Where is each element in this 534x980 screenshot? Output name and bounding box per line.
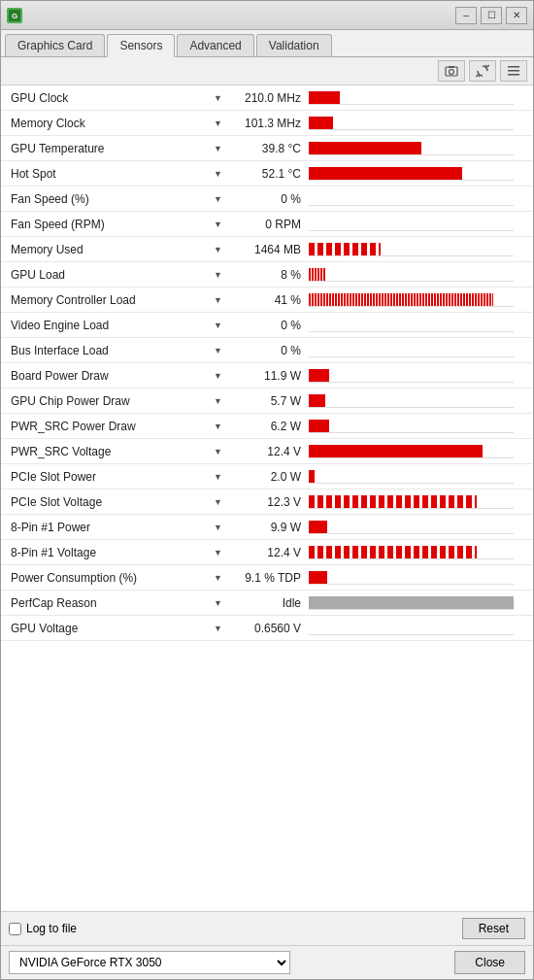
sensor-value-label: Idle	[226, 596, 309, 610]
sensor-name-label: GPU Temperature▼	[3, 142, 226, 155]
table-row: PerfCap Reason▼Idle	[1, 591, 533, 616]
bar-track	[309, 420, 514, 433]
sensor-name-label: Memory Clock▼	[3, 117, 226, 130]
sensor-value-label: 6.2 W	[226, 420, 309, 433]
bar-track	[309, 142, 514, 155]
sensor-value-label: 12.4 V	[226, 546, 309, 559]
table-row: GPU Chip Power Draw▼5.7 W	[1, 389, 533, 414]
tab-graphics-card[interactable]: Graphics Card	[5, 34, 105, 56]
close-window-button[interactable]: ✕	[506, 7, 527, 24]
tab-advanced[interactable]: Advanced	[177, 34, 253, 56]
log-to-file-container: Log to file	[9, 922, 77, 935]
sensors-scroll[interactable]: GPU Clock▼210.0 MHzMemory Clock▼101.3 MH…	[1, 85, 533, 911]
svg-rect-7	[508, 74, 519, 76]
sensor-name-label: Video Engine Load▼	[3, 319, 226, 332]
log-to-file-checkbox[interactable]	[9, 923, 21, 935]
sensor-bar-area	[309, 369, 514, 383]
sensor-name-label: Hot Spot▼	[3, 167, 226, 181]
svg-rect-4	[449, 66, 454, 68]
dropdown-arrow-icon[interactable]: ▼	[214, 194, 222, 204]
bar-fill	[309, 495, 477, 508]
dropdown-arrow-icon[interactable]: ▼	[214, 346, 222, 355]
sensor-bar-area	[309, 192, 514, 206]
sensor-value-label: 0 %	[226, 192, 309, 206]
dropdown-arrow-icon[interactable]: ▼	[214, 144, 222, 153]
sensor-name-label: 8-Pin #1 Power▼	[3, 521, 226, 534]
bar-fill	[309, 117, 333, 129]
sensor-value-label: 0.6560 V	[226, 622, 309, 635]
dropdown-arrow-icon[interactable]: ▼	[214, 598, 222, 608]
dropdown-arrow-icon[interactable]: ▼	[214, 548, 222, 558]
tab-sensors[interactable]: Sensors	[107, 34, 175, 57]
dropdown-arrow-icon[interactable]: ▼	[214, 245, 222, 254]
sensor-bar-area	[309, 243, 514, 256]
bar-track	[309, 521, 514, 534]
sensor-name-label: PWR_SRC Power Draw▼	[3, 420, 226, 433]
sensor-bar-area	[309, 622, 514, 635]
bar-fill	[309, 268, 325, 281]
dropdown-arrow-icon[interactable]: ▼	[214, 422, 222, 431]
bar-track	[309, 293, 514, 307]
bar-track	[309, 243, 514, 256]
menu-button[interactable]	[500, 60, 527, 82]
bar-fill	[309, 293, 493, 306]
sensor-value-label: 0 %	[226, 319, 309, 332]
dropdown-arrow-icon[interactable]: ▼	[214, 220, 222, 229]
sensor-value-label: 39.8 °C	[226, 142, 309, 155]
bar-fill	[309, 521, 327, 533]
dropdown-arrow-icon[interactable]: ▼	[214, 321, 222, 330]
bar-fill	[309, 445, 483, 457]
table-row: Fan Speed (%)▼0 %	[1, 186, 533, 212]
bar-track	[309, 445, 514, 458]
table-row: Bus Interface Load▼0 %	[1, 338, 533, 363]
bar-track	[309, 470, 514, 484]
dropdown-arrow-icon[interactable]: ▼	[214, 523, 222, 532]
sensor-bar-area	[309, 167, 514, 181]
sensor-name-label: Fan Speed (RPM)▼	[3, 218, 226, 231]
sensor-name-label: PerfCap Reason▼	[3, 596, 226, 610]
minimize-button[interactable]: –	[455, 7, 477, 24]
close-button[interactable]: Close	[454, 951, 525, 974]
bar-fill	[309, 571, 327, 584]
dropdown-arrow-icon[interactable]: ▼	[214, 270, 222, 280]
tab-validation[interactable]: Validation	[256, 34, 332, 56]
dropdown-arrow-icon[interactable]: ▼	[214, 573, 222, 583]
dropdown-arrow-icon[interactable]: ▼	[214, 93, 222, 103]
sensor-value-label: 52.1 °C	[226, 167, 309, 181]
sensor-bar-area	[309, 394, 514, 408]
sensor-name-label: PCIe Slot Power▼	[3, 470, 226, 484]
sensor-name-label: Board Power Draw▼	[3, 369, 226, 383]
refresh-button[interactable]	[469, 60, 496, 82]
bar-track	[309, 218, 514, 231]
bottom-bar: NVIDIA GeForce RTX 3050 Close	[1, 945, 533, 979]
dropdown-arrow-icon[interactable]: ▼	[214, 497, 222, 507]
table-row: PWR_SRC Power Draw▼6.2 W	[1, 414, 533, 439]
dropdown-arrow-icon[interactable]: ▼	[214, 624, 222, 633]
dropdown-arrow-icon[interactable]: ▼	[214, 169, 222, 179]
bar-fill	[309, 369, 329, 382]
sensor-bar-area	[309, 293, 514, 307]
bar-track	[309, 571, 514, 585]
dropdown-arrow-icon[interactable]: ▼	[214, 371, 222, 381]
bar-track	[309, 622, 514, 635]
bar-fill	[309, 394, 325, 407]
sensor-name-label: PWR_SRC Voltage▼	[3, 445, 226, 458]
sensor-value-label: 2.0 W	[226, 470, 309, 484]
toolbar	[1, 57, 533, 85]
reset-button[interactable]: Reset	[462, 918, 525, 939]
screenshot-button[interactable]	[438, 60, 465, 82]
sensor-name-label: Bus Interface Load▼	[3, 344, 226, 357]
sensor-name-label: Power Consumption (%)▼	[3, 571, 226, 585]
svg-text:G: G	[12, 12, 17, 20]
dropdown-arrow-icon[interactable]: ▼	[214, 295, 222, 305]
window-controls: – ☐ ✕	[455, 7, 527, 24]
dropdown-arrow-icon[interactable]: ▼	[214, 118, 222, 128]
log-to-file-label: Log to file	[26, 922, 77, 935]
dropdown-arrow-icon[interactable]: ▼	[214, 472, 222, 482]
bar-track	[309, 546, 514, 559]
dropdown-arrow-icon[interactable]: ▼	[214, 396, 222, 406]
gpu-selector[interactable]: NVIDIA GeForce RTX 3050	[9, 951, 290, 974]
maximize-button[interactable]: ☐	[481, 7, 502, 24]
table-row: GPU Voltage▼0.6560 V	[1, 616, 533, 641]
dropdown-arrow-icon[interactable]: ▼	[214, 447, 222, 456]
